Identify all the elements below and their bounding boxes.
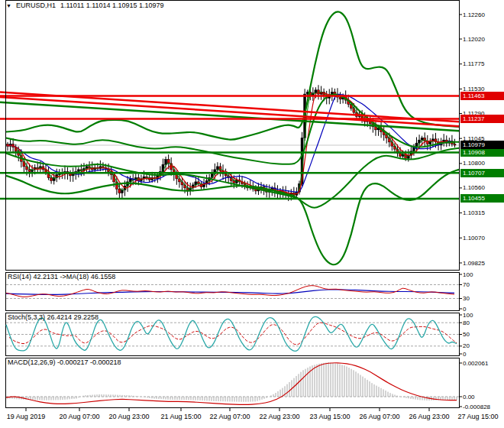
chart-symbol-timeframe: EURUSD,H1: [16, 2, 56, 9]
price-tick-label: 1.10315: [463, 209, 485, 216]
support-price-badge: 1.10908: [460, 148, 504, 157]
price-tick-label: 1.12020: [463, 36, 485, 43]
price-tick-label: 1.10800: [463, 160, 485, 167]
resistance-price-badge: 1.11237: [460, 115, 504, 123]
time-axis[interactable]: 19 Aug 201920 Aug 07:0020 Aug 23:0021 Au…: [0, 408, 504, 428]
trading-chart-window: ▼ EURUSD,H1 1.11011 1.11014 1.10915 1.10…: [0, 0, 504, 428]
price-tick-label: 1.09825: [463, 260, 485, 267]
chart-ohlc-values: 1.11011 1.11014 1.10915 1.10979: [60, 2, 164, 9]
resistance-price-badge: 1.11463: [460, 92, 504, 100]
axis-ticks: [26, 15, 462, 411]
macd-layer: [6, 362, 459, 404]
rsi-scale-label: 100: [463, 271, 473, 278]
stoch-scale-label: 100: [463, 312, 473, 319]
time-tick-label: 22 Aug 23:00: [259, 413, 299, 420]
stoch-scale-label: 50: [463, 331, 470, 338]
bollinger-bands-layer: [6, 11, 459, 264]
price-tick-label: 1.10070: [463, 235, 485, 242]
time-tick-label: 26 Aug 23:00: [409, 413, 449, 420]
chart-marker-icon: ▼: [6, 3, 11, 8]
price-axis[interactable]: 1.122601.120201.117751.115301.112901.110…: [460, 0, 504, 428]
support-price-badge: 1.10707: [460, 169, 504, 177]
rsi-layer: [6, 285, 459, 299]
macd-scale-label: -0.000828: [463, 404, 490, 410]
stoch-scale-label: 0: [463, 351, 466, 358]
stochastic-layer: [6, 316, 459, 351]
macd-panel-label: MACD(12,26,9) -0.000217 -0.000218: [8, 358, 121, 366]
current-price-badge: 1.10979: [460, 141, 504, 149]
price-tick-label: 1.10560: [463, 184, 485, 191]
rsi-panel-label: RSI(14) 42.2131 ->MA(18) 46.1558: [8, 273, 115, 280]
macd-scale-label: 0.002061: [463, 360, 488, 367]
stoch-scale-label: 20: [463, 342, 470, 349]
price-tick-label: 1.12260: [463, 11, 485, 18]
time-tick-label: 21 Aug 15:00: [160, 413, 201, 420]
chart-title: ▼ EURUSD,H1 1.11011 1.11014 1.10915 1.10…: [6, 2, 164, 9]
time-tick-label: 23 Aug 15:00: [309, 413, 350, 420]
stoch-panel-label: Stoch(5,3,3) 26.4214 29.2258: [8, 313, 99, 321]
price-tick-label: 1.11775: [463, 60, 484, 67]
macd-scale-label: 0.00: [463, 394, 475, 400]
trendlines-layer: [0, 92, 459, 131]
time-tick-label: 26 Aug 07:00: [359, 413, 399, 420]
panel-borders: [6, 1, 460, 408]
time-tick-label: 22 Aug 07:00: [209, 413, 250, 420]
time-tick-label: 20 Aug 23:00: [108, 413, 149, 420]
rsi-scale-label: 70: [463, 281, 470, 288]
support-price-badge: 1.10455: [460, 194, 504, 203]
time-tick-label: 19 Aug 2019: [7, 413, 46, 420]
stoch-scale-label: 80: [463, 319, 470, 326]
rsi-scale-label: 30: [463, 295, 470, 302]
time-tick-label: 20 Aug 07:00: [59, 413, 99, 420]
